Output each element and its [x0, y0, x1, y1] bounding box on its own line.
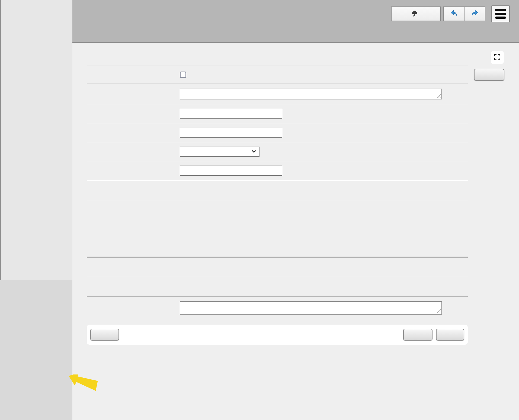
form-row-on-event	[87, 297, 468, 319]
fullscreen-button[interactable]	[491, 51, 504, 64]
content-panel	[72, 43, 519, 420]
footer-button-bar	[87, 325, 468, 345]
form-row-next-run	[87, 277, 468, 296]
form-row-start-time	[87, 142, 468, 161]
enabled-checkbox[interactable]	[180, 72, 186, 78]
hamburger-menu-icon	[495, 9, 506, 11]
sidebar-system-submenu	[0, 0, 72, 280]
schedule-form	[87, 66, 468, 345]
menu-button[interactable]	[491, 5, 510, 22]
form-row-owner	[87, 181, 468, 201]
form-row-start-date	[87, 123, 468, 142]
apply-button[interactable]	[403, 329, 433, 341]
cancel-button[interactable]	[90, 329, 119, 341]
form-row-name	[87, 104, 468, 123]
safe-mode-button[interactable]	[391, 7, 441, 21]
on-event-textarea[interactable]	[180, 301, 442, 315]
form-row-run-count	[87, 258, 468, 277]
form-row-interval	[87, 161, 468, 180]
form-row-policy	[87, 201, 468, 257]
undo-arrow-icon	[450, 9, 458, 19]
fullscreen-expand-icon	[494, 53, 501, 62]
redo-button[interactable]	[464, 7, 485, 21]
start-time-select[interactable]	[180, 147, 260, 157]
chevron-down-icon	[252, 150, 256, 153]
redo-arrow-icon	[470, 9, 479, 19]
comment-textarea[interactable]	[180, 89, 442, 99]
form-row-comment	[87, 83, 468, 104]
umbrella-icon	[411, 10, 418, 17]
form-row-enabled	[87, 66, 468, 83]
interval-input[interactable]	[180, 166, 282, 176]
undo-redo-group	[443, 7, 485, 21]
toolbar	[391, 5, 510, 22]
undo-button[interactable]	[443, 7, 464, 21]
start-date-input[interactable]	[180, 128, 282, 138]
sidebar	[0, 0, 72, 420]
name-input[interactable]	[180, 109, 282, 119]
header-band	[72, 0, 519, 43]
ok-button[interactable]	[436, 329, 464, 341]
remove-button[interactable]	[474, 69, 504, 81]
